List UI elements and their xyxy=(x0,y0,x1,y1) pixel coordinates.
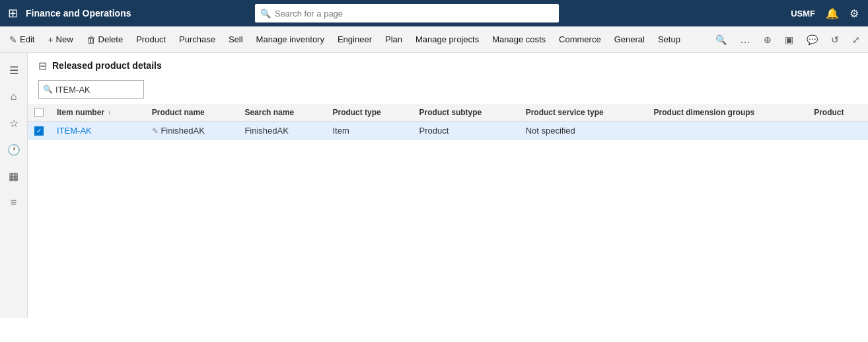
engineer-menu-item[interactable]: Engineer xyxy=(331,26,379,53)
sidebar-workspace-icon[interactable]: ▦ xyxy=(2,164,26,188)
col-product-dimension-groups[interactable]: Product dimension groups xyxy=(647,104,808,122)
row-product-type-value: Item xyxy=(332,126,349,136)
header-checkbox[interactable] xyxy=(34,108,44,117)
search-toggle-icon[interactable]: 🔍 xyxy=(710,32,732,48)
col-product-type[interactable]: Product type xyxy=(326,104,412,122)
expand-icon[interactable]: ⤢ xyxy=(847,32,865,48)
search-input[interactable] xyxy=(275,9,554,19)
row-item-number-cell: ITEM-AK xyxy=(50,122,145,140)
row-product-subtype-cell: Product xyxy=(413,122,519,140)
delete-button[interactable]: 🗑 Delete xyxy=(80,26,130,53)
refresh-icon[interactable]: ↺ xyxy=(826,32,844,48)
top-bar-right: USMF 🔔 ⚙ xyxy=(787,5,863,22)
sidebar-clock-icon[interactable]: 🕐 xyxy=(2,138,26,161)
monitor-icon[interactable]: ▣ xyxy=(779,32,799,48)
apps-icon[interactable]: ⊞ xyxy=(5,3,20,23)
action-bar: ✎ Edit + New 🗑 Delete Product Purchase S… xyxy=(0,26,868,53)
bell-icon[interactable]: 🔔 xyxy=(822,5,843,22)
global-search[interactable]: 🔍 xyxy=(255,4,559,22)
page-title: Released product details xyxy=(52,60,162,71)
product-menu-item[interactable]: Product xyxy=(129,26,172,53)
col-product-name-label: Product name xyxy=(152,108,205,117)
manage-costs-menu-item[interactable]: Manage costs xyxy=(486,26,552,53)
app-title: Finance and Operations xyxy=(26,8,138,19)
commerce-menu-item[interactable]: Commerce xyxy=(552,26,608,53)
manage-projects-menu-item[interactable]: Manage projects xyxy=(409,26,486,53)
table-header-row: Item number ↑ Product name Search name P… xyxy=(28,104,868,122)
col-product-name[interactable]: Product name xyxy=(145,104,238,122)
filter-input-wrap[interactable]: 🔍 xyxy=(38,80,144,99)
purchase-menu-item[interactable]: Purchase xyxy=(172,26,222,53)
edit-icon: ✎ xyxy=(9,34,17,45)
sell-menu-item[interactable]: Sell xyxy=(222,26,250,53)
sidebar-star-icon[interactable]: ☆ xyxy=(2,111,26,135)
main-layout: ☰ ⌂ ☆ 🕐 ▦ ≡ ⊟ Released product details 🔍 xyxy=(0,53,868,318)
plan-menu-item[interactable]: Plan xyxy=(379,26,409,53)
row-product-subtype-value: Product xyxy=(419,126,449,136)
col-item-number-label: Item number xyxy=(57,108,104,117)
new-button[interactable]: + New xyxy=(41,26,79,53)
products-table: Item number ↑ Product name Search name P… xyxy=(28,104,868,140)
row-checkbox-cell[interactable]: ✓ xyxy=(28,122,50,140)
sidebar: ☰ ⌂ ☆ 🕐 ▦ ≡ xyxy=(0,53,28,318)
more-icon[interactable]: … xyxy=(735,31,756,48)
row-search-name-value: FinishedAK xyxy=(244,126,288,136)
row-product-dimension-groups-cell xyxy=(647,122,808,140)
sidebar-menu-icon[interactable]: ☰ xyxy=(2,58,26,82)
top-bar: ⊞ Finance and Operations 🔍 USMF 🔔 ⚙ xyxy=(0,0,868,26)
filter-input[interactable] xyxy=(55,85,135,95)
col-product-subtype[interactable]: Product subtype xyxy=(413,104,519,122)
col-product-subtype-label: Product subtype xyxy=(419,108,482,117)
row-search-name-cell: FinishedAK xyxy=(238,122,326,140)
user-label: USMF xyxy=(787,9,819,19)
filter-row: 🔍 xyxy=(28,75,868,104)
col-product-service-type[interactable]: Product service type xyxy=(519,104,647,122)
search-icon: 🔍 xyxy=(260,9,271,19)
settings-icon[interactable]: ⚙ xyxy=(846,5,863,22)
sort-arrow-icon: ↑ xyxy=(108,109,111,116)
row-edit-icon[interactable]: ✎ xyxy=(152,126,159,136)
setup-menu-item[interactable]: Setup xyxy=(651,26,687,53)
col-product-type-label: Product type xyxy=(332,108,380,117)
row-product-type-cell: Item xyxy=(326,122,412,140)
col-product[interactable]: Product xyxy=(807,104,868,122)
table-row[interactable]: ✓ ITEM-AK ✎ FinishedAK FinishedAK xyxy=(28,122,868,140)
row-checkbox[interactable]: ✓ xyxy=(34,126,44,136)
filter-search-icon: 🔍 xyxy=(43,85,53,94)
sidebar-list-icon[interactable]: ≡ xyxy=(2,191,26,214)
col-search-name[interactable]: Search name xyxy=(238,104,326,122)
sidebar-home-icon[interactable]: ⌂ xyxy=(2,85,26,108)
content-header-row: ⊟ Released product details xyxy=(28,53,868,75)
row-product-service-type-cell: Not specified xyxy=(519,122,647,140)
row-product-name-value: FinishedAK xyxy=(161,126,204,136)
col-product-label: Product xyxy=(814,108,844,117)
general-menu-item[interactable]: General xyxy=(608,26,651,53)
table-container: Item number ↑ Product name Search name P… xyxy=(28,104,868,318)
col-product-service-type-label: Product service type xyxy=(526,108,604,117)
manage-inventory-menu-item[interactable]: Manage inventory xyxy=(250,26,331,53)
col-checkbox xyxy=(28,104,50,122)
plus-icon: + xyxy=(48,34,53,45)
col-item-number[interactable]: Item number ↑ xyxy=(50,104,145,122)
row-product-cell xyxy=(807,122,868,140)
row-product-service-type-value: Not specified xyxy=(526,126,575,136)
col-product-dimension-groups-label: Product dimension groups xyxy=(654,108,755,117)
chat-icon[interactable]: 💬 xyxy=(801,32,823,48)
row-product-name-cell: ✎ FinishedAK xyxy=(145,122,238,140)
item-number-link[interactable]: ITEM-AK xyxy=(57,126,92,136)
bookmark-icon[interactable]: ⊕ xyxy=(758,32,777,48)
delete-icon: 🗑 xyxy=(87,34,96,45)
content-area: ⊟ Released product details 🔍 xyxy=(28,53,868,318)
filter-icon[interactable]: ⊟ xyxy=(38,60,47,72)
col-search-name-label: Search name xyxy=(244,108,294,117)
edit-button[interactable]: ✎ Edit xyxy=(3,26,41,53)
